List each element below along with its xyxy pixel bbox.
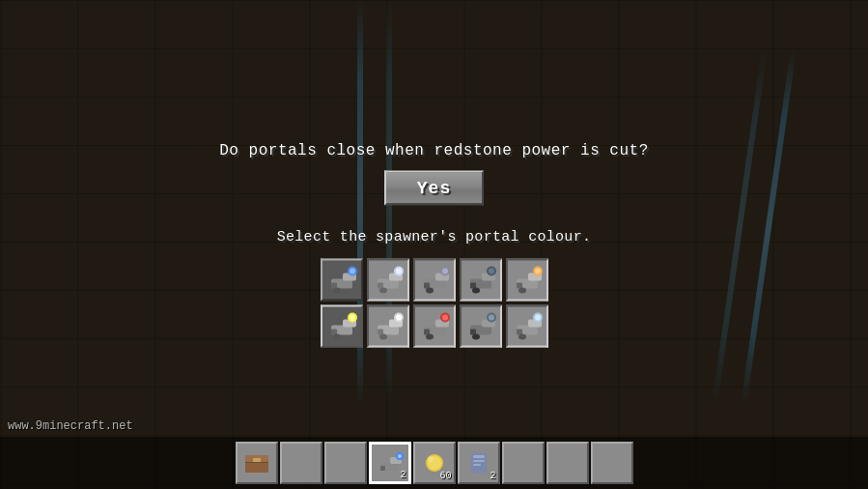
svg-point-15 bbox=[442, 269, 448, 274]
hotbar-slot-8[interactable] bbox=[591, 442, 633, 484]
colour-slot-8[interactable] bbox=[460, 305, 502, 348]
yes-button[interactable]: Yes bbox=[384, 171, 484, 206]
hotbar-slot-1[interactable] bbox=[280, 442, 322, 484]
colour-slot-9[interactable] bbox=[506, 305, 548, 348]
svg-rect-75 bbox=[473, 464, 481, 466]
svg-point-17 bbox=[426, 288, 434, 294]
hotbar-slot-4-count: 60 bbox=[439, 471, 451, 481]
hotbar-slot-6[interactable] bbox=[502, 442, 545, 484]
svg-point-47 bbox=[426, 334, 434, 340]
hotbar-slot-4[interactable]: 60 bbox=[413, 442, 456, 484]
svg-point-67 bbox=[398, 454, 402, 458]
svg-point-3 bbox=[350, 269, 355, 274]
colour-slot-1[interactable] bbox=[367, 259, 409, 302]
svg-point-23 bbox=[472, 288, 480, 294]
svg-point-45 bbox=[442, 315, 448, 321]
svg-point-59 bbox=[518, 334, 526, 340]
svg-rect-74 bbox=[473, 460, 485, 462]
watermark: www.9minecraft.net bbox=[8, 419, 133, 433]
svg-rect-63 bbox=[245, 462, 268, 463]
hotbar-slot-2[interactable] bbox=[324, 442, 367, 484]
hotbar-slot-5[interactable]: 2 bbox=[458, 442, 500, 484]
select-colour-text: Select the spawner's portal colour. bbox=[183, 229, 686, 245]
colour-slot-3[interactable] bbox=[460, 259, 502, 302]
svg-point-51 bbox=[489, 315, 494, 321]
svg-point-33 bbox=[350, 315, 355, 321]
svg-point-21 bbox=[489, 269, 494, 274]
svg-rect-73 bbox=[473, 455, 485, 458]
hotbar-slot-3[interactable]: 2 bbox=[369, 442, 411, 484]
colour-row-1 bbox=[321, 259, 548, 302]
hotbar-slot-0[interactable] bbox=[236, 442, 278, 484]
svg-point-53 bbox=[472, 334, 480, 340]
colour-item-grid bbox=[183, 259, 686, 348]
colour-slot-7[interactable] bbox=[413, 305, 456, 348]
hotbar: 2 60 2 bbox=[0, 437, 868, 489]
colour-slot-4[interactable] bbox=[506, 259, 548, 302]
colour-slot-2[interactable] bbox=[413, 259, 456, 302]
hotbar-slot-5-count: 2 bbox=[490, 471, 495, 481]
svg-point-35 bbox=[333, 334, 341, 340]
svg-point-5 bbox=[333, 288, 341, 294]
svg-point-39 bbox=[396, 315, 402, 321]
svg-rect-68 bbox=[380, 466, 385, 471]
dialog-container: Do portals close when redstone power is … bbox=[183, 142, 686, 348]
svg-point-57 bbox=[535, 315, 541, 321]
colour-row-2 bbox=[321, 305, 548, 348]
svg-point-27 bbox=[535, 269, 541, 274]
question-text: Do portals close when redstone power is … bbox=[183, 142, 686, 159]
svg-point-71 bbox=[428, 456, 434, 462]
svg-point-9 bbox=[396, 269, 402, 274]
colour-slot-5[interactable] bbox=[321, 305, 363, 348]
hotbar-slot-7[interactable] bbox=[546, 442, 589, 484]
svg-point-29 bbox=[518, 288, 526, 294]
hotbar-slot-3-count: 2 bbox=[400, 470, 406, 480]
colour-slot-6[interactable] bbox=[367, 305, 409, 348]
colour-slot-0[interactable] bbox=[321, 259, 363, 302]
svg-point-11 bbox=[379, 288, 387, 294]
svg-point-41 bbox=[379, 334, 387, 340]
